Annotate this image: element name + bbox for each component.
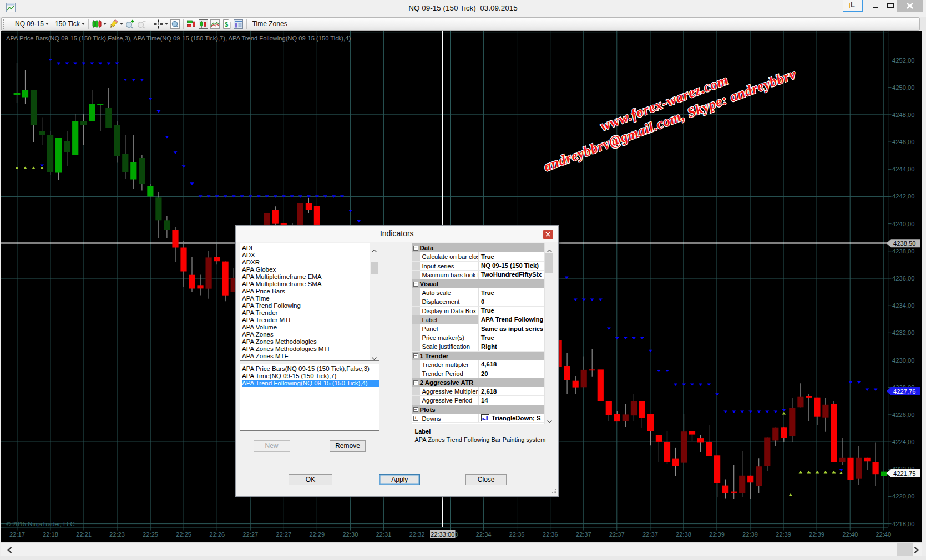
svg-text:4248,00: 4248,00: [892, 111, 914, 118]
svg-text:22:30: 22:30: [342, 531, 358, 538]
svg-text:4246,00: 4246,00: [892, 139, 914, 145]
svg-text:4232,00: 4232,00: [892, 329, 914, 336]
svg-text:4221,75: 4221,75: [893, 470, 915, 477]
svg-text:4226,00: 4226,00: [892, 411, 914, 418]
svg-text:22:37: 22:37: [642, 531, 658, 538]
svg-text:22:21: 22:21: [76, 531, 92, 538]
svg-text:22:39: 22:39: [709, 531, 725, 538]
svg-text:4240,00: 4240,00: [892, 221, 914, 227]
svg-text:22:37: 22:37: [576, 531, 591, 538]
svg-text:22:38: 22:38: [676, 531, 691, 538]
svg-text:4242,00: 4242,00: [892, 193, 914, 200]
svg-text:4250,00: 4250,00: [892, 84, 914, 91]
svg-text:22:25: 22:25: [143, 531, 158, 538]
svg-text:22:31: 22:31: [376, 531, 391, 538]
svg-text:22:18: 22:18: [43, 531, 58, 538]
svg-text:4227,76: 4227,76: [893, 388, 915, 395]
svg-text:4252,00: 4252,00: [892, 57, 914, 64]
svg-text:22:27: 22:27: [276, 531, 291, 538]
svg-text:22:32: 22:32: [409, 531, 425, 538]
svg-text:22:23: 22:23: [109, 531, 125, 538]
svg-text:APA Price Bars(NQ 09-15 (150 T: APA Price Bars(NQ 09-15 (150 Tick),False…: [6, 35, 351, 42]
svg-text:4236,00: 4236,00: [892, 275, 914, 282]
svg-text:4234,00: 4234,00: [892, 302, 914, 309]
svg-text:4238,50: 4238,50: [893, 240, 915, 247]
svg-text:22:29: 22:29: [309, 531, 325, 538]
svg-text:22:39: 22:39: [776, 531, 791, 538]
svg-text:4230,00: 4230,00: [892, 357, 914, 364]
svg-text:22:39: 22:39: [809, 531, 824, 538]
svg-text:4244,00: 4244,00: [892, 166, 914, 172]
svg-text:22:17: 22:17: [9, 531, 25, 538]
svg-text:22:34: 22:34: [476, 531, 492, 538]
svg-text:22:37: 22:37: [609, 531, 625, 538]
svg-text:22:33:00: 22:33:00: [431, 531, 455, 538]
svg-text:4224,00: 4224,00: [892, 439, 914, 445]
svg-text:4220,00: 4220,00: [892, 493, 914, 500]
svg-text:4218,00: 4218,00: [892, 521, 914, 527]
svg-text:22:40: 22:40: [876, 531, 891, 538]
svg-text:4238,00: 4238,00: [892, 248, 914, 254]
svg-text:© 2015 NinjaTrader, LLC: © 2015 NinjaTrader, LLC: [6, 521, 75, 527]
svg-text:22:36: 22:36: [543, 531, 558, 538]
svg-text:22:40: 22:40: [842, 531, 858, 538]
svg-text:22:26: 22:26: [209, 531, 225, 538]
svg-text:22:39: 22:39: [742, 531, 758, 538]
svg-text:22:35: 22:35: [509, 531, 525, 538]
svg-text:22:27: 22:27: [242, 531, 258, 538]
svg-text:22:25: 22:25: [176, 531, 191, 538]
